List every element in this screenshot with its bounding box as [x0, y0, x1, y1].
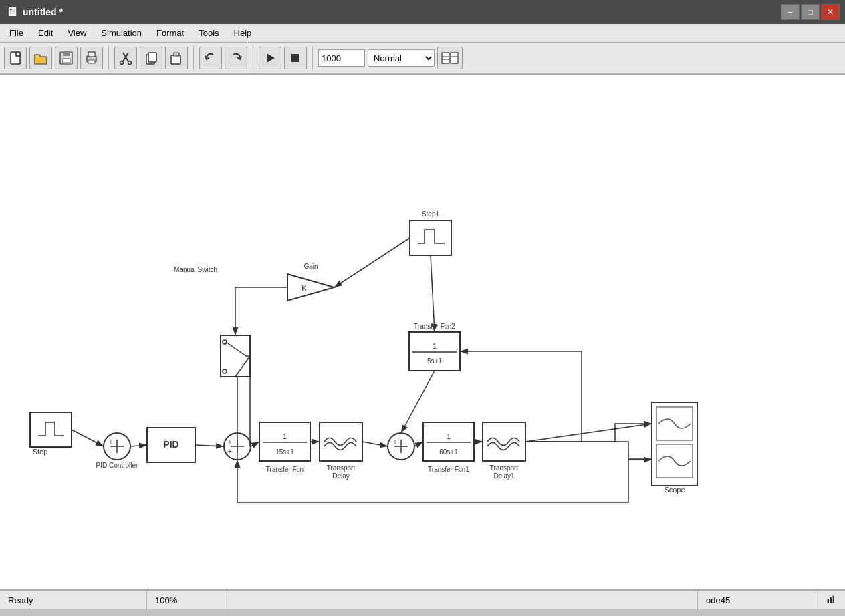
save-button[interactable] — [55, 47, 78, 69]
svg-text:Transport: Transport — [327, 464, 356, 472]
print-button[interactable] — [80, 47, 103, 69]
status-solver-text: ode45 — [706, 595, 730, 605]
svg-rect-6 — [88, 60, 95, 63]
window-title: untitled * — [23, 7, 63, 17]
cut-button[interactable] — [114, 47, 137, 69]
svg-text:Step: Step — [33, 448, 48, 456]
svg-text:Transfer Fcn: Transfer Fcn — [266, 466, 304, 473]
play-button[interactable] — [259, 47, 281, 69]
svg-point-10 — [128, 61, 132, 65]
svg-rect-16 — [291, 54, 299, 62]
svg-text:+: + — [393, 438, 397, 446]
menu-file[interactable]: File — [3, 26, 30, 40]
svg-text:+: + — [228, 438, 232, 446]
paste-button[interactable] — [165, 47, 188, 69]
svg-rect-5 — [88, 52, 95, 57]
svg-text:PID: PID — [163, 439, 178, 450]
svg-text:PID Controller: PID Controller — [96, 462, 138, 469]
svg-text:-: - — [393, 448, 395, 455]
svg-text:5s+1: 5s+1 — [427, 357, 442, 365]
svg-marker-15 — [267, 53, 275, 63]
menu-edit[interactable]: Edit — [31, 26, 59, 40]
svg-text:Transfer Fcn2: Transfer Fcn2 — [414, 323, 455, 330]
svg-line-57 — [362, 442, 388, 446]
sim-mode-select[interactable]: Normal Accelerator Rapid Accelerator Ext… — [368, 49, 435, 67]
svg-text:+: + — [109, 438, 113, 446]
svg-text:1: 1 — [447, 432, 451, 440]
step-block[interactable] — [30, 412, 72, 447]
svg-line-62 — [334, 238, 410, 287]
svg-rect-78 — [828, 599, 829, 603]
titlebar: 🖥 untitled * – □ ✕ — [0, 0, 845, 24]
copy-button[interactable] — [140, 47, 162, 69]
close-button[interactable]: ✕ — [821, 4, 840, 20]
separator-4 — [312, 46, 313, 70]
status-ready-text: Ready — [8, 595, 33, 605]
svg-text:-K-: -K- — [299, 284, 310, 292]
status-diag — [818, 591, 845, 609]
svg-text:Step1: Step1 — [422, 210, 440, 218]
svg-line-52 — [130, 445, 147, 446]
redo-button[interactable] — [225, 47, 247, 69]
undo-button[interactable] — [199, 47, 222, 69]
svg-line-61 — [431, 255, 435, 332]
svg-text:Delay: Delay — [332, 472, 350, 480]
svg-text:Gain: Gain — [304, 263, 318, 270]
app-icon: 🖥 — [5, 5, 17, 19]
svg-rect-3 — [62, 59, 70, 63]
svg-rect-2 — [63, 52, 70, 56]
maximize-button[interactable]: □ — [801, 4, 820, 20]
svg-line-51 — [72, 430, 104, 446]
status-mid — [227, 591, 698, 609]
svg-text:1: 1 — [433, 342, 437, 350]
menu-tools[interactable]: Tools — [192, 26, 225, 40]
separator-3 — [253, 46, 253, 70]
svg-line-60 — [525, 424, 652, 442]
diagram-svg: + - PID + + 1 15s+1 + - 1 60s+1 — [0, 75, 845, 589]
open-button[interactable] — [29, 47, 52, 69]
status-zoom-text: 100% — [155, 595, 177, 605]
svg-rect-79 — [830, 597, 832, 603]
svg-text:Scope: Scope — [664, 486, 685, 494]
new-button[interactable] — [4, 47, 27, 69]
step1-block[interactable] — [410, 220, 451, 255]
svg-rect-80 — [833, 596, 834, 603]
status-zoom: 100% — [147, 591, 227, 609]
menu-help[interactable]: Help — [227, 26, 259, 40]
separator-2 — [193, 46, 194, 70]
svg-point-9 — [120, 61, 124, 65]
svg-text:+: + — [228, 448, 232, 455]
menu-simulation[interactable]: Simulation — [94, 26, 148, 40]
svg-text:60s+1: 60s+1 — [439, 448, 458, 456]
separator-1 — [108, 46, 109, 70]
diagram-canvas[interactable]: + - PID + + 1 15s+1 + - 1 60s+1 — [0, 75, 845, 589]
library-button[interactable] — [437, 47, 463, 69]
menubar: File Edit View Simulation Format Tools H… — [0, 24, 845, 43]
gain-block[interactable] — [287, 274, 334, 301]
tf2-block[interactable] — [409, 332, 460, 371]
svg-text:Transfer Fcn1: Transfer Fcn1 — [428, 466, 469, 473]
status-ready: Ready — [0, 591, 147, 609]
svg-line-53 — [195, 445, 224, 446]
menu-view[interactable]: View — [61, 26, 93, 40]
svg-text:Manual Switch: Manual Switch — [174, 266, 217, 273]
toolbar: 1000 Normal Accelerator Rapid Accelerato… — [0, 43, 845, 75]
svg-line-58 — [414, 442, 423, 446]
svg-text:Transport: Transport — [490, 464, 519, 472]
svg-rect-13 — [171, 55, 180, 64]
statusbar: Ready 100% ode45 — [0, 589, 845, 609]
status-solver: ode45 — [698, 591, 818, 609]
sim-time-input[interactable]: 1000 — [318, 49, 365, 67]
svg-line-55 — [251, 442, 259, 446]
minimize-button[interactable]: – — [781, 4, 800, 20]
svg-text:-: - — [109, 448, 111, 455]
titlebar-buttons: – □ ✕ — [781, 4, 840, 20]
svg-rect-18 — [451, 53, 458, 63]
svg-rect-17 — [442, 53, 449, 63]
menu-format[interactable]: Format — [150, 26, 191, 40]
svg-rect-14 — [174, 53, 179, 56]
stop-button[interactable] — [284, 47, 307, 69]
svg-rect-12 — [148, 53, 156, 62]
svg-text:15s+1: 15s+1 — [275, 448, 294, 456]
svg-text:1: 1 — [283, 432, 287, 440]
